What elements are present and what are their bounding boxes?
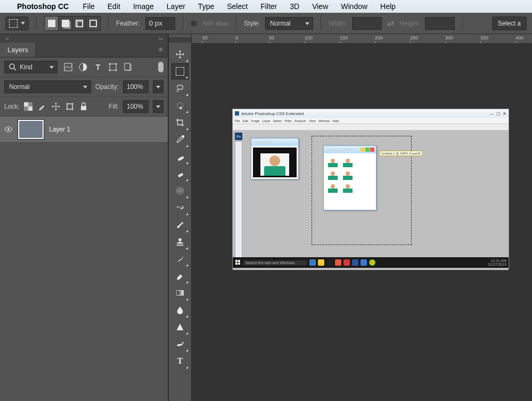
quick-select-tool[interactable] [171,97,189,113]
type-tool[interactable]: T [171,353,189,369]
taskbar-date: 11/27/2019 [488,263,506,266]
marquee-tool[interactable] [171,63,189,79]
height-label: Height: [399,20,420,27]
opacity-value[interactable]: 100% [123,80,149,93]
filter-kind-select[interactable]: Kind [4,61,58,73]
gradient-tool[interactable] [171,285,189,301]
filter-adjustment-icon[interactable] [79,63,87,71]
brush-tool[interactable] [171,166,189,182]
fill-dropdown[interactable] [153,100,163,113]
svg-line-1 [14,68,16,70]
taskbar-app-icon [369,259,375,266]
toolbar-grip[interactable] [169,37,191,43]
collapse-right-icon: ›› [159,36,162,42]
svg-rect-29 [177,291,184,296]
clone-stamp-tool[interactable] [171,183,189,199]
menu-help[interactable]: Help [374,2,402,11]
dodge-tool[interactable] [171,319,189,335]
tab-layers[interactable]: Layers [0,43,36,57]
subtract-selection-button[interactable] [72,17,86,30]
menu-select[interactable]: Select [220,2,254,11]
layer-thumbnail[interactable] [18,120,44,139]
menu-edit[interactable]: Edit [101,2,127,11]
svg-point-0 [10,64,14,69]
height-input [425,17,455,30]
lock-fill-row: Lock: Fill: 100% [0,97,168,117]
lock-all-icon[interactable] [79,102,88,111]
filter-smartobject-icon[interactable] [124,63,132,71]
menu-type[interactable]: Type [192,2,220,11]
svg-point-30 [182,342,184,343]
ruler-tick: 0 [235,35,238,40]
eyedropper-tool[interactable] [171,132,189,148]
healing-brush-tool[interactable] [171,149,189,165]
blur-tool[interactable] [171,302,189,318]
ruler-tick: 50 [269,35,274,40]
history-brush-tool[interactable] [171,200,189,216]
separator [36,17,37,30]
taskbar-app-icon [318,259,324,266]
menu-layer[interactable]: Layer [160,2,192,11]
layer-name[interactable]: Layer 1 [49,126,70,133]
stamp-tool[interactable] [171,234,189,250]
filter-toggle[interactable] [158,62,163,72]
history-tool[interactable] [171,251,189,267]
separator [462,17,463,30]
ruler-tick: 250 [410,35,418,40]
intersect-selection-button[interactable] [86,17,100,30]
filter-type-icon[interactable]: T [94,63,102,71]
svg-rect-11 [28,107,32,111]
filter-shape-icon[interactable] [109,63,117,71]
blend-mode-select[interactable]: Normal [4,80,91,93]
crop-tool[interactable] [171,114,189,130]
opacity-dropdown[interactable] [153,80,163,93]
separator [108,17,109,30]
paint-brush-tool[interactable] [171,217,189,233]
collapse-left-icon: ‹‹ [5,36,9,42]
lasso-tool[interactable] [171,80,189,96]
menu-file[interactable]: File [76,2,101,11]
layer-list: Layer 1 [0,117,168,401]
blend-opacity-row: Normal Opacity: 100% [0,77,168,97]
svg-rect-9 [125,63,130,70]
horizontal-ruler[interactable]: 50 0 50 100 150 200 250 300 350 400 [192,34,532,44]
feather-input[interactable] [145,17,175,30]
fill-value[interactable]: 100% [123,100,149,113]
canvas-document-image[interactable]: Adobe Photoshop CS5 Extended — ▢ ✕ FileE… [232,109,509,268]
filter-pixel-icon[interactable] [64,63,72,71]
new-selection-button[interactable] [45,17,59,30]
lock-artboard-icon[interactable] [66,102,74,111]
taskbar-app-icon [361,259,367,266]
panel-menu-button[interactable]: ≡ [153,43,168,57]
visibility-toggle[interactable] [4,125,13,134]
windows-start-icon [235,259,241,266]
panel-tabs: Layers ≡ [0,43,168,58]
menu-image[interactable]: Image [127,2,160,11]
svg-point-8 [116,70,117,71]
move-tool[interactable] [171,46,189,62]
canvas-area[interactable]: 50 0 50 100 150 200 250 300 350 400 Adob… [192,34,532,401]
ruler-tick: 200 [375,35,383,40]
select-and-mask-button[interactable]: Select a [492,17,527,30]
embedded-workspace: Ps download.jpg [233,130,509,270]
panel-collapse-bar[interactable]: ‹‹ ›› [0,34,168,43]
lock-transparency-icon[interactable] [24,102,32,111]
menu-window[interactable]: Window [334,2,374,11]
add-selection-button[interactable] [59,17,72,30]
lock-position-icon[interactable] [52,102,60,111]
app-name[interactable]: Photoshop CC [17,2,69,11]
menu-view[interactable]: View [306,2,334,11]
eraser-tool[interactable] [171,268,189,284]
menu-3d[interactable]: 3D [283,2,306,11]
style-select[interactable]: Normal [265,17,313,30]
current-tool-preset[interactable] [5,17,29,30]
pen-tool[interactable] [171,336,189,352]
menu-filter[interactable]: Filter [254,2,283,11]
svg-point-28 [178,189,181,192]
layer-row[interactable]: Layer 1 [0,117,168,143]
taskbar-app-icon [352,259,358,266]
svg-rect-34 [235,263,238,265]
macos-menubar: Photoshop CC File Edit Image Layer Type … [0,0,532,13]
lock-pixels-icon[interactable] [38,102,46,111]
svg-point-20 [7,128,10,130]
